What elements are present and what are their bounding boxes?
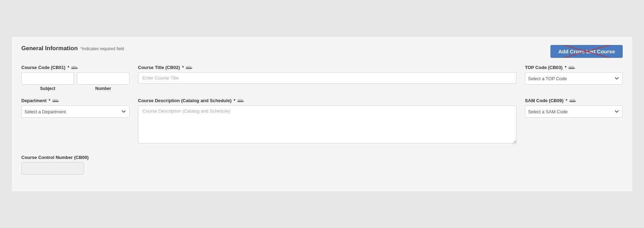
department-label: Department * ▬▬ — [21, 98, 130, 103]
department-info-icon[interactable]: ▬▬ — [52, 99, 58, 102]
form-grid: Course Code (CB01) * ▬▬ Subject Number C… — [21, 65, 623, 182]
course-description-textarea[interactable] — [138, 105, 517, 144]
course-code-label: Course Code (CB01) * ▬▬ — [21, 65, 130, 70]
course-title-label: Course Title (CB02) * ▬▬ — [138, 65, 517, 70]
sam-code-select[interactable]: Select a SAM Code — [525, 105, 623, 118]
department-section: Department * ▬▬ Select a Department — [21, 98, 130, 145]
add-cross-list-button[interactable]: Add Cross List Course — [550, 45, 623, 58]
course-code-sublabels: Subject Number — [21, 86, 130, 91]
course-title-section: Course Title (CB02) * ▬▬ — [138, 65, 517, 91]
panel-header: General Information *indicates required … — [21, 45, 623, 58]
general-information-panel: General Information *indicates required … — [11, 36, 633, 192]
course-control-section: Course Control Number (CB00) — [21, 155, 130, 175]
sam-code-info-icon[interactable]: ▬▬ — [570, 99, 575, 102]
top-code-select[interactable]: Select a TOP Code — [525, 72, 623, 85]
course-code-subject-input[interactable] — [21, 72, 74, 85]
course-title-info-icon[interactable]: ▬▬ — [186, 66, 191, 69]
course-code-number-input[interactable] — [77, 72, 130, 85]
course-control-label: Course Control Number (CB00) — [21, 155, 130, 160]
course-code-inputs — [21, 72, 130, 85]
department-select[interactable]: Select a Department — [21, 105, 130, 118]
top-code-info-icon[interactable]: ▬▬ — [569, 66, 574, 69]
course-code-section: Course Code (CB01) * ▬▬ Subject Number — [21, 65, 130, 91]
course-code-info-icon[interactable]: ▬▬ — [71, 66, 77, 69]
sam-code-section: SAM Code (CB09) * ▬▬ Select a SAM Code — [525, 98, 623, 145]
course-description-info-icon[interactable]: ▬▬ — [237, 99, 243, 102]
top-code-label: TOP Code (CB03) * ▬▬ — [525, 65, 623, 70]
course-control-input[interactable] — [21, 162, 84, 175]
course-description-section: Course Description (Catalog and Schedule… — [138, 98, 517, 145]
sam-code-label: SAM Code (CB09) * ▬▬ — [525, 98, 623, 103]
subject-sublabel: Subject — [21, 86, 74, 91]
number-sublabel: Number — [77, 86, 130, 91]
top-code-section: TOP Code (CB03) * ▬▬ Select a TOP Code — [525, 65, 623, 91]
panel-title: General Information — [21, 45, 78, 52]
course-description-label: Course Description (Catalog and Schedule… — [138, 98, 517, 103]
panel-title-area: General Information *indicates required … — [21, 45, 124, 52]
panel-subtitle: *indicates required field — [81, 46, 124, 51]
course-title-input[interactable] — [138, 72, 517, 84]
